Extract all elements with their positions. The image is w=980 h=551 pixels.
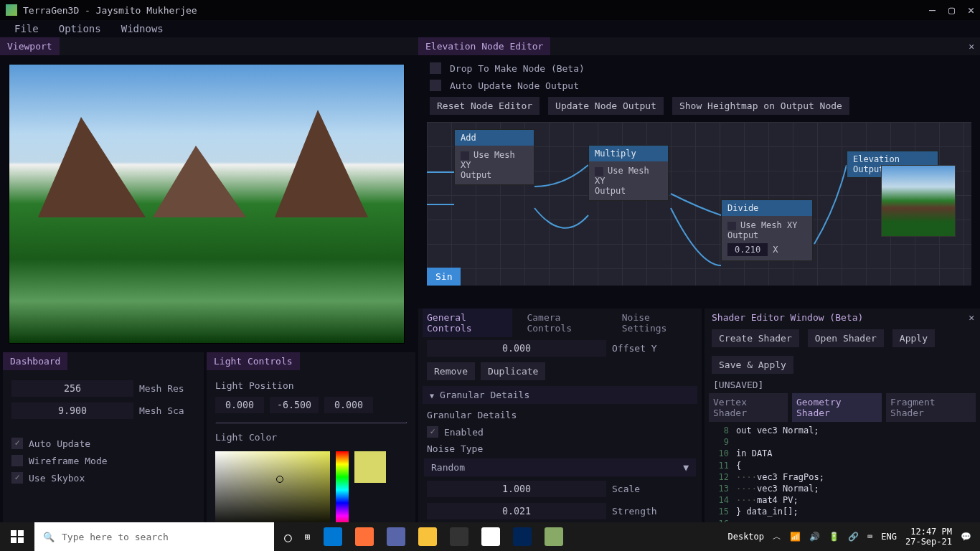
file-explorer-icon[interactable]: [418, 527, 437, 546]
noise-type-select[interactable]: Random▼: [424, 458, 696, 476]
chrome-icon[interactable]: [481, 527, 500, 546]
auto-update-checkbox[interactable]: [11, 438, 23, 449]
desktop-label[interactable]: Desktop: [727, 532, 764, 542]
node-checkbox[interactable]: [595, 167, 603, 176]
auto-update-label: Auto Update: [29, 438, 90, 449]
cortana-icon[interactable]: ○: [284, 529, 292, 545]
menu-options[interactable]: Options: [59, 23, 101, 34]
scale-input[interactable]: [427, 481, 606, 497]
mesh-res-input[interactable]: [11, 380, 133, 397]
terrain-mountain: [153, 146, 246, 217]
mesh-scale-label: Mesh Sca: [139, 405, 184, 416]
offset-y-input[interactable]: [427, 340, 606, 357]
minimize-button[interactable]: —: [929, 4, 936, 17]
granular-details-section[interactable]: Granular Details: [423, 386, 697, 404]
color-saturation-box[interactable]: [215, 451, 330, 529]
viewport-header: Viewport: [0, 37, 60, 55]
color-preview: [354, 451, 386, 483]
viewport-canvas[interactable]: [9, 64, 405, 344]
skybox-checkbox[interactable]: [11, 472, 23, 484]
lang-label[interactable]: ENG: [881, 532, 897, 542]
divide-value[interactable]: 0.210: [727, 243, 768, 256]
mail-app-icon[interactable]: [324, 527, 342, 546]
task-view-icon[interactable]: ⊞: [305, 532, 311, 542]
powershell-icon[interactable]: [513, 527, 532, 546]
close-button[interactable]: ✕: [968, 4, 974, 17]
menu-windows[interactable]: Widnows: [121, 23, 164, 34]
light-color-label: Light Color: [215, 432, 277, 443]
open-shader-button[interactable]: Open Shader: [808, 329, 884, 347]
menu-file[interactable]: File: [14, 23, 39, 34]
output-label: Output: [727, 230, 758, 240]
wireframe-checkbox[interactable]: [11, 455, 23, 466]
light-pos-z[interactable]: [324, 397, 373, 413]
auto-update-output-label: Auto Update Node Output: [450, 80, 579, 91]
granular-label: Granular Details: [427, 410, 517, 420]
save-apply-shader-button[interactable]: Save & Apply: [712, 356, 793, 374]
node-editor-close-icon[interactable]: ✕: [969, 41, 974, 52]
taskbar-search[interactable]: 🔍Type here to search: [34, 522, 274, 551]
light-pos-label: Light Position: [215, 380, 294, 391]
node-checkbox[interactable]: [727, 222, 736, 230]
mesh-res-label: Mesh Res: [139, 383, 184, 394]
apply-shader-button[interactable]: Apply: [892, 329, 935, 347]
tab-noise-settings[interactable]: Noise Settings: [618, 309, 697, 337]
search-icon: 🔍: [43, 532, 55, 542]
light-pos-x[interactable]: [215, 397, 264, 413]
node-sin[interactable]: Sin: [427, 268, 461, 286]
tab-camera-controls[interactable]: Camera Controls: [522, 309, 607, 337]
tab-vertex-shader[interactable]: Vertex Shader: [709, 393, 788, 422]
light-pos-y[interactable]: [270, 397, 319, 413]
auto-update-output-checkbox[interactable]: [430, 80, 441, 91]
link-icon[interactable]: 🔗: [848, 532, 859, 542]
start-button[interactable]: [0, 522, 34, 551]
shader-close-icon[interactable]: ✕: [969, 312, 974, 323]
color-cursor[interactable]: [276, 476, 283, 483]
node-divide[interactable]: Divide Use Mesh XYOutput 0.210 X: [721, 199, 813, 261]
svg-rect-0: [11, 530, 17, 536]
volume-icon[interactable]: 🔊: [809, 532, 820, 542]
output-thumbnail: [881, 165, 956, 237]
hue-slider[interactable]: [336, 451, 349, 529]
sublime-icon[interactable]: [450, 527, 468, 546]
tab-geometry-shader[interactable]: Geometry Shader: [792, 393, 882, 422]
remove-button[interactable]: Remove: [427, 362, 475, 380]
wifi-icon[interactable]: 📶: [790, 532, 801, 542]
create-shader-button[interactable]: Create Shader: [712, 329, 799, 347]
firefox-icon[interactable]: [355, 527, 374, 546]
clear-value-icon[interactable]: X: [773, 245, 778, 255]
shader-editor-header: Shader Editor Window (Beta): [705, 309, 870, 326]
granular-header-label: Granular Details: [440, 390, 529, 400]
node-multiply[interactable]: Multiply Use Mesh XYOutput: [588, 145, 669, 201]
taskbar-date[interactable]: 27-Sep-21: [905, 537, 952, 547]
notification-icon[interactable]: 💬: [961, 532, 971, 542]
taskbar-time[interactable]: 12:47 PM: [905, 527, 952, 537]
reset-node-editor-button[interactable]: Reset Node Editor: [430, 97, 540, 115]
update-node-output-button[interactable]: Update Node Output: [548, 97, 664, 115]
unsaved-label: [UNSAVED]: [713, 380, 763, 390]
enabled-checkbox[interactable]: [427, 426, 438, 438]
strength-input[interactable]: [427, 503, 606, 519]
mesh-scale-input[interactable]: [11, 402, 133, 419]
app-icon-1[interactable]: [387, 527, 405, 546]
drop-node-checkbox[interactable]: [430, 62, 441, 74]
noise-select-value: Random: [431, 462, 465, 473]
battery-icon[interactable]: 🔋: [829, 532, 839, 542]
wireframe-label: Wireframe Mode: [29, 456, 108, 466]
dashboard-header: Dashboard: [3, 352, 67, 370]
maximize-button[interactable]: ▢: [948, 4, 955, 17]
enabled-label: Enabled: [444, 427, 484, 438]
node-graph-canvas[interactable]: Add Use Mesh XYOutput Multiply Use Mesh …: [427, 122, 971, 286]
node-checkbox[interactable]: [461, 151, 469, 160]
node-divide-header: Divide: [722, 200, 812, 216]
tab-fragment-shader[interactable]: Fragment Shader: [886, 393, 976, 422]
show-heightmap-button[interactable]: Show Heightmap on Output Node: [672, 97, 849, 115]
tab-general-controls[interactable]: General Controls: [423, 309, 512, 337]
keyboard-icon[interactable]: ⌨: [867, 532, 872, 542]
tray-chevron-icon[interactable]: ︿: [773, 531, 781, 543]
terragen-icon[interactable]: [545, 527, 563, 546]
window-title: TerraGen3D - Jaysmito Mukherjee: [23, 5, 197, 16]
node-add[interactable]: Add Use Mesh XYOutput: [454, 129, 534, 185]
search-placeholder: Type here to search: [62, 532, 169, 542]
duplicate-button[interactable]: Duplicate: [481, 362, 545, 380]
